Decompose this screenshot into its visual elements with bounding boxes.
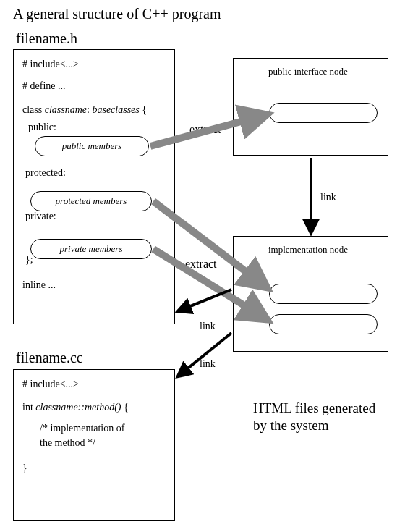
sline-comment2: the method */ (22, 436, 166, 450)
public-interface-slot (269, 103, 378, 123)
extract-label-1: extract (189, 123, 221, 136)
class-kw: class (22, 104, 45, 115)
sline-comment1: /* implementation of (22, 421, 166, 436)
hline-class-decl: class classname: baseclasses { (22, 103, 166, 117)
source-file-label: filename.cc (16, 350, 83, 366)
public-interface-label: public interface node (268, 66, 348, 77)
sline-sig: int classname::method() { (22, 400, 166, 415)
link-label-1: link (320, 192, 336, 203)
method-name: classname::method() (35, 402, 121, 413)
header-file-box: # include<...> # define ... class classn… (13, 49, 175, 324)
implementation-slot-1 (269, 284, 378, 304)
open-brace-src: { (121, 402, 128, 413)
implementation-label: implementation node (268, 244, 348, 256)
header-file-label: filename.h (16, 30, 77, 47)
sline-close: } (22, 461, 166, 476)
base-classes: baseclasses (92, 104, 139, 115)
protected-members-pill: protected members (30, 191, 152, 211)
hline-include: # include<...> (22, 57, 166, 72)
ret-type: int (22, 402, 35, 413)
diagram-canvas: A general structure of C++ program filen… (0, 0, 405, 532)
caption-line-1: HTML files generated (253, 400, 375, 415)
link-label-2: link (200, 321, 216, 332)
sline-include: # include<...> (22, 377, 166, 392)
private-members-pill: private members (30, 239, 152, 259)
source-file-box: # include<...> int classname::method() {… (13, 369, 175, 521)
hline-protected: protected: (22, 166, 166, 180)
implementation-slot-2 (269, 314, 378, 334)
link-arrow-2 (178, 290, 231, 311)
hline-define: # define ... (22, 79, 166, 93)
page-title: A general structure of C++ program (13, 6, 221, 22)
class-name: classname (45, 104, 87, 115)
extract-label-2: extract (185, 258, 217, 271)
link-label-3: link (200, 358, 216, 370)
link-arrow-3 (178, 333, 231, 376)
caption: HTML files generated by the system (253, 400, 375, 434)
hline-inline: inline ... (22, 278, 166, 292)
public-members-pill: public members (35, 136, 149, 156)
caption-line-2: by the system (253, 418, 329, 433)
hline-public: public: (22, 120, 166, 135)
open-brace: { (140, 104, 147, 115)
